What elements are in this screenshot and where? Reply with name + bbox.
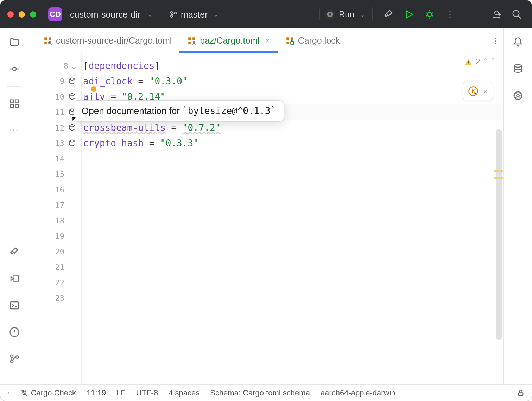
gutter-line[interactable]: 14 bbox=[28, 151, 81, 166]
gutter-line[interactable]: 13 bbox=[28, 135, 81, 151]
code-line[interactable] bbox=[83, 228, 504, 244]
gutter-line[interactable]: 16 bbox=[28, 182, 81, 197]
vcs-tool-button[interactable] bbox=[8, 353, 20, 365]
encoding-widget[interactable]: UTF-8 bbox=[136, 388, 158, 397]
chevron-down-icon: ⌄ bbox=[360, 11, 365, 18]
line-separator-widget[interactable]: LF bbox=[116, 388, 126, 397]
svg-point-8 bbox=[513, 11, 519, 17]
crate-icon[interactable] bbox=[68, 139, 76, 147]
svg-point-0 bbox=[171, 12, 173, 14]
close-tab-button[interactable]: × bbox=[265, 36, 270, 45]
rust-reload-icon[interactable]: R bbox=[468, 86, 479, 96]
gutter-line[interactable]: 8⌄ bbox=[28, 58, 81, 74]
code-line[interactable]: [dependencies] bbox=[83, 58, 504, 74]
editor-tab[interactable]: R custom-source-dir/Cargo.toml bbox=[36, 28, 179, 53]
scrollbar-thumb[interactable] bbox=[496, 129, 502, 340]
project-tool-button[interactable] bbox=[8, 36, 20, 48]
code-line[interactable] bbox=[83, 290, 504, 306]
editor[interactable]: 8⌄91011121314151617181920212223 2 ˄ ˅ R bbox=[28, 53, 504, 384]
run-button[interactable] bbox=[401, 7, 417, 22]
code-line[interactable] bbox=[83, 182, 504, 197]
run-config-selector[interactable]: R Run ⌄ bbox=[319, 7, 373, 22]
notifications-button[interactable] bbox=[512, 36, 524, 48]
gutter-line[interactable]: 22 bbox=[28, 275, 81, 290]
svg-text:R: R bbox=[49, 41, 51, 45]
svg-rect-31 bbox=[286, 37, 289, 40]
database-tool-button[interactable] bbox=[512, 63, 524, 75]
gutter-line[interactable]: 10 bbox=[28, 89, 81, 104]
tab-more-button[interactable]: ⋮ bbox=[488, 28, 504, 53]
code-with-me-button[interactable] bbox=[489, 7, 504, 22]
cursor-position-widget[interactable]: 11:19 bbox=[87, 388, 106, 397]
change-marker bbox=[91, 86, 96, 92]
minimize-window-button[interactable] bbox=[19, 11, 25, 18]
editor-area: R custom-source-dir/Cargo.toml R baz/Car… bbox=[28, 28, 504, 384]
code-line[interactable]: crypto-hash = "0.3.3" bbox=[83, 135, 504, 151]
svg-rect-34 bbox=[291, 42, 294, 44]
gutter-line[interactable]: 17 bbox=[28, 197, 81, 213]
more-tools-button[interactable]: ··· bbox=[10, 125, 19, 134]
cargo-tool-button[interactable] bbox=[512, 90, 524, 102]
gutter-line[interactable]: 20 bbox=[28, 244, 81, 259]
svg-rect-35 bbox=[468, 61, 469, 63]
crate-icon[interactable] bbox=[68, 93, 76, 101]
code-line[interactable] bbox=[83, 197, 504, 213]
svg-rect-27 bbox=[192, 37, 195, 40]
rust-icon: R bbox=[325, 9, 335, 20]
gutter-line[interactable]: 9 bbox=[28, 74, 81, 89]
debug-button[interactable] bbox=[422, 7, 437, 22]
gutter-line[interactable]: 23 bbox=[28, 290, 81, 306]
warning-icon bbox=[464, 58, 472, 66]
schema-widget[interactable]: Schema: Cargo.toml schema bbox=[210, 388, 310, 397]
code-line[interactable] bbox=[83, 166, 504, 182]
inspections-widget[interactable]: 2 ˄ ˅ bbox=[464, 57, 495, 66]
gutter-line[interactable]: 18 bbox=[28, 213, 81, 228]
editor-tab[interactable]: Cargo.lock bbox=[278, 28, 348, 53]
code-line[interactable] bbox=[83, 213, 504, 228]
crate-icon[interactable] bbox=[68, 123, 76, 132]
structure-tool-button[interactable] bbox=[8, 98, 20, 110]
target-widget[interactable]: aarch64-apple-darwin bbox=[321, 388, 395, 397]
tool-windows-toggle[interactable]: › bbox=[7, 389, 10, 397]
search-everywhere-button[interactable] bbox=[509, 7, 525, 22]
close-icon[interactable]: × bbox=[483, 87, 487, 96]
code-line[interactable] bbox=[83, 259, 504, 275]
code-line[interactable]: adi_clock = "0.3.0" bbox=[83, 74, 504, 89]
editor-tab[interactable]: R baz/Cargo.toml × bbox=[179, 28, 277, 53]
vcs-branch-widget[interactable]: master ⌄ bbox=[170, 9, 221, 20]
code-line[interactable] bbox=[83, 151, 504, 166]
zoom-window-button[interactable] bbox=[30, 11, 36, 18]
problems-tool-button[interactable] bbox=[8, 326, 20, 338]
project-name[interactable]: custom-source-dir bbox=[70, 9, 140, 20]
build-tool-button[interactable] bbox=[8, 246, 20, 258]
svg-point-18 bbox=[10, 355, 13, 358]
left-tool-rail: ··· bbox=[0, 28, 28, 384]
crate-icon[interactable] bbox=[68, 77, 76, 85]
readonly-toggle[interactable] bbox=[517, 389, 525, 397]
chevron-down-icon[interactable]: ⌄ bbox=[147, 11, 153, 18]
floating-toolbar[interactable]: R × bbox=[463, 82, 493, 100]
scrollbar-marker[interactable] bbox=[494, 177, 504, 179]
commit-tool-button[interactable] bbox=[8, 63, 20, 75]
terminal-tool-button[interactable] bbox=[8, 299, 20, 311]
next-highlight-button[interactable]: ˅ bbox=[491, 57, 495, 66]
code-area[interactable]: 2 ˄ ˅ R × Open documentation for `bytesi… bbox=[82, 53, 504, 384]
gutter-line[interactable]: 15 bbox=[28, 166, 81, 182]
gutter-line[interactable]: 21 bbox=[28, 259, 81, 275]
documentation-tooltip[interactable]: Open documentation for `bytesize@^0.1.3` bbox=[74, 100, 284, 122]
run-tool-button[interactable] bbox=[8, 273, 20, 285]
indent-widget[interactable]: 4 spaces bbox=[169, 388, 200, 397]
gutter: 8⌄91011121314151617181920212223 bbox=[28, 53, 81, 384]
build-button[interactable] bbox=[381, 7, 397, 22]
gutter-line[interactable]: 19 bbox=[28, 228, 81, 244]
more-actions-button[interactable]: ⋮ bbox=[442, 7, 458, 22]
code-line[interactable]: crossbeam-utils = "0.7.2" bbox=[83, 120, 504, 135]
close-window-button[interactable] bbox=[7, 11, 14, 18]
code-line[interactable] bbox=[83, 244, 504, 259]
prev-highlight-button[interactable]: ˄ bbox=[484, 57, 488, 66]
svg-point-9 bbox=[13, 67, 16, 71]
code-line[interactable] bbox=[83, 275, 504, 290]
svg-marker-5 bbox=[407, 11, 413, 18]
cargo-check-widget[interactable]: Cargo Check bbox=[20, 388, 76, 397]
scrollbar-marker[interactable] bbox=[494, 170, 504, 172]
